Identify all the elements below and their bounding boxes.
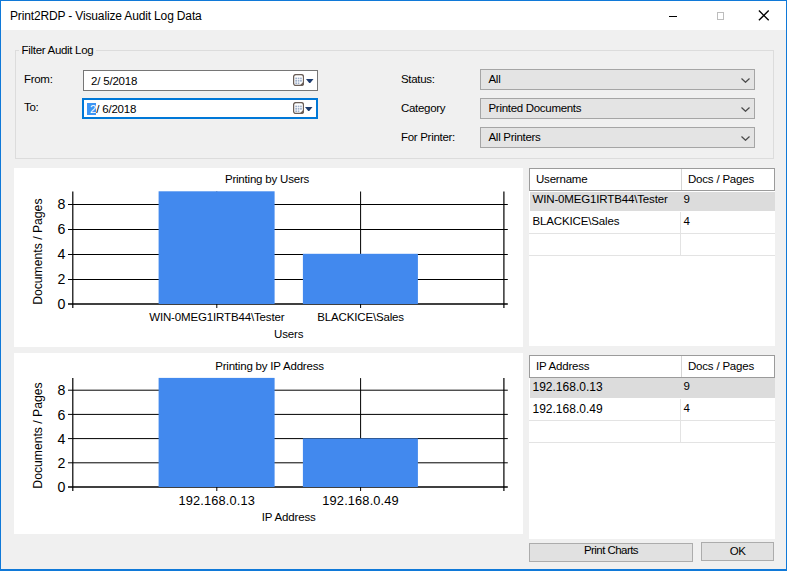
svg-text:IP Address: IP Address	[262, 511, 316, 523]
svg-text:4: 4	[58, 431, 66, 447]
svg-text:0: 0	[58, 479, 66, 495]
svg-text:BLACKICE\Sales: BLACKICE\Sales	[317, 311, 404, 323]
svg-text:Users: Users	[274, 328, 304, 340]
svg-text:Documents / Pages: Documents / Pages	[31, 382, 45, 488]
svg-text:8: 8	[58, 196, 66, 212]
svg-text:4: 4	[58, 246, 66, 262]
svg-text:192.168.0.49: 192.168.0.49	[322, 493, 399, 508]
svg-text:2: 2	[58, 455, 66, 471]
svg-text:2: 2	[58, 271, 66, 287]
svg-text:WIN-0MEG1IRTB44\Tester: WIN-0MEG1IRTB44\Tester	[149, 311, 284, 323]
svg-text:6: 6	[58, 407, 66, 423]
svg-text:6: 6	[58, 221, 66, 237]
svg-text:8: 8	[58, 382, 66, 398]
svg-text:Printing by IP Address: Printing by IP Address	[215, 360, 324, 372]
svg-text:Printing by Users: Printing by Users	[225, 173, 310, 185]
svg-text:Documents / Pages: Documents / Pages	[31, 199, 45, 305]
svg-text:0: 0	[58, 296, 66, 312]
svg-text:192.168.0.13: 192.168.0.13	[179, 493, 256, 508]
